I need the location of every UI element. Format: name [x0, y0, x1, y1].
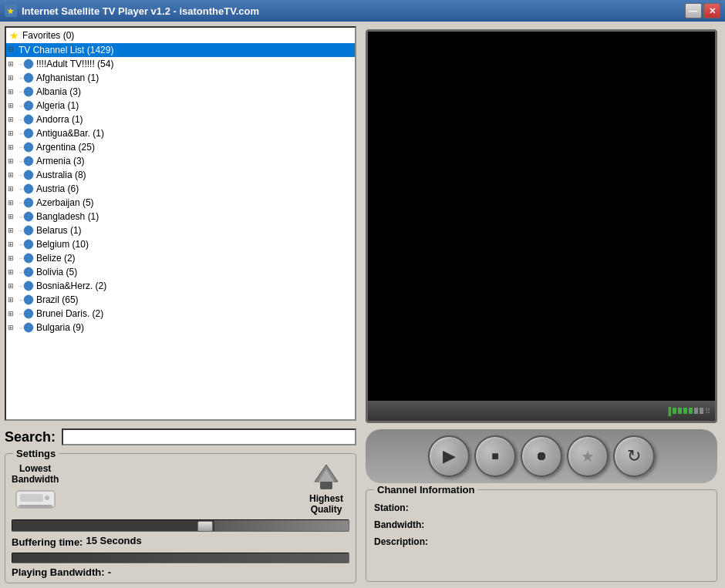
channel-item[interactable]: ⊞····· Afghanistan (1): [6, 71, 355, 85]
bw-slider[interactable]: [12, 519, 349, 532]
channel-item-label: !!!!Adult TV!!!!! (54): [36, 59, 113, 69]
playing-bw-label: Playing Bandwidth:: [12, 566, 105, 578]
window-title: Internet Satellite TV Player v1.2 - isat…: [22, 5, 259, 17]
stop-icon: ■: [491, 449, 499, 463]
channel-item-label: Brazil (65): [36, 294, 79, 305]
buffering-label: Buffering time:: [12, 536, 83, 548]
bw-slider-thumb[interactable]: [197, 521, 213, 532]
channel-items: ⊞····· !!!!Adult TV!!!!! (54)⊞····· Afgh…: [6, 57, 355, 334]
star-icon: ★: [9, 29, 19, 42]
station-label: Station:: [374, 502, 443, 513]
station-row: Station:: [374, 502, 709, 513]
playing-bw-row: Playing Bandwidth: -: [12, 566, 349, 578]
description-row: Description:: [374, 536, 709, 547]
channel-item[interactable]: ⊞····· !!!!Adult TV!!!!! (54): [6, 57, 355, 71]
lowest-bw-label: LowestBandwidth: [12, 463, 59, 485]
main-container: ★ Favorites (0) ⊟ TV Channel List (1429)…: [0, 22, 725, 588]
buffering-row: Buffering time: 15 Seconds: [12, 535, 349, 549]
svg-point-104: [45, 496, 49, 500]
channel-item-label: Bulgaria (9): [36, 322, 84, 333]
favorites-item[interactable]: ★ Favorites (0): [6, 28, 355, 43]
bandwidth-row: LowestBandwidth HighestQua: [12, 463, 349, 515]
channel-list[interactable]: ★ Favorites (0) ⊟ TV Channel List (1429)…: [6, 28, 355, 419]
volume-bar: ▐ ⠿: [666, 407, 710, 415]
channel-info-title: Channel Information: [374, 484, 477, 496]
video-screen: [368, 32, 715, 421]
minimize-button[interactable]: —: [685, 3, 702, 18]
svg-rect-106: [320, 482, 332, 489]
channel-item-label: Andorra (1): [36, 114, 83, 125]
vol-seg-5: [694, 408, 698, 414]
search-input[interactable]: [62, 428, 356, 445]
svg-rect-103: [20, 494, 43, 502]
settings-title: Settings: [13, 448, 59, 459]
playing-bw-value: -: [108, 566, 111, 578]
channel-item[interactable]: ⊞····· Bangladesh (1): [6, 210, 355, 223]
channel-item-label: Azerbaijan (5): [36, 197, 94, 208]
play-button[interactable]: ▶: [428, 435, 470, 477]
channel-item-label: Australia (8): [36, 170, 86, 180]
channel-item[interactable]: ⊞····· Argentina (25): [6, 140, 355, 154]
channel-info: Channel Information Station: Bandwidth: …: [366, 489, 717, 582]
modem-icon: [12, 485, 59, 512]
channel-item[interactable]: ⊞····· Brazil (65): [6, 293, 355, 307]
lowest-bw-group: LowestBandwidth: [12, 463, 59, 515]
volume-grid-icon: ⠿: [705, 407, 710, 415]
channel-item-label: Belgium (10): [36, 239, 89, 250]
search-label: Search:: [5, 429, 56, 445]
settings-panel: Settings LowestBandwidth: [5, 453, 356, 583]
tower-icon: [303, 463, 349, 491]
channel-item[interactable]: ⊞····· Bosnia&Herz. (2): [6, 279, 355, 293]
channel-item[interactable]: ⊞····· Algeria (1): [6, 99, 355, 113]
bandwidth-info-row: Bandwidth:: [374, 519, 709, 530]
highest-quality-label: HighestQuality: [303, 493, 349, 515]
channel-item-label: Argentina (25): [36, 142, 95, 153]
svg-rect-105: [19, 505, 52, 508]
channel-item[interactable]: ⊞····· Azerbaijan (5): [6, 196, 355, 210]
volume-icon: ▐: [666, 407, 671, 415]
record-button[interactable]: ⏺: [521, 435, 562, 477]
vol-seg-2: [678, 408, 682, 414]
channel-item[interactable]: ⊞····· Belarus (1): [6, 223, 355, 237]
channel-item[interactable]: ⊞····· Albania (3): [6, 85, 355, 99]
channel-item-label: Afghanistan (1): [36, 72, 99, 83]
play-icon: ▶: [443, 446, 456, 466]
favorite-icon: ★: [581, 447, 595, 465]
expand-icon: ⊟: [8, 45, 17, 55]
channel-item[interactable]: ⊞····· Brunei Daris. (2): [6, 307, 355, 321]
channel-item-label: Belarus (1): [36, 225, 82, 236]
highest-quality-group: HighestQuality: [303, 463, 349, 515]
favorites-label: Favorites (0): [22, 30, 74, 41]
channel-item[interactable]: ⊞····· Antigua&Bar. (1): [6, 126, 355, 140]
channel-list-label: TV Channel List (1429): [19, 45, 113, 55]
refresh-icon: ↻: [627, 446, 641, 466]
tv-channel-list-root[interactable]: ⊟ TV Channel List (1429): [6, 43, 355, 57]
playing-bw-slider[interactable]: [12, 553, 349, 563]
description-label: Description:: [374, 536, 443, 547]
channel-item-label: Brunei Daris. (2): [36, 308, 103, 319]
bw-slider-container: [12, 519, 349, 532]
titlebar-controls: — ✕: [685, 3, 720, 18]
channel-item-label: Austria (6): [36, 183, 79, 194]
channel-item-label: Algeria (1): [36, 100, 79, 111]
left-panel: ★ Favorites (0) ⊟ TV Channel List (1429)…: [0, 22, 361, 588]
app-icon: ★: [5, 5, 17, 17]
titlebar: ★ Internet Satellite TV Player v1.2 - is…: [0, 0, 725, 22]
channel-item[interactable]: ⊞····· Bulgaria (9): [6, 321, 355, 334]
channel-item[interactable]: ⊞····· Australia (8): [6, 168, 355, 182]
search-bar: Search:: [5, 425, 356, 449]
channel-item[interactable]: ⊞····· Bolivia (5): [6, 265, 355, 279]
channel-item[interactable]: ⊞····· Belgium (10): [6, 237, 355, 251]
channel-item[interactable]: ⊞····· Austria (6): [6, 182, 355, 196]
close-button[interactable]: ✕: [703, 3, 720, 18]
stop-button[interactable]: ■: [474, 435, 516, 477]
favorite-button[interactable]: ★: [567, 435, 609, 477]
channel-item[interactable]: ⊞····· Armenia (3): [6, 154, 355, 168]
channel-item[interactable]: ⊞····· Belize (2): [6, 251, 355, 265]
channel-list-container: ★ Favorites (0) ⊟ TV Channel List (1429)…: [5, 26, 356, 421]
channel-item-label: Belize (2): [36, 253, 76, 264]
channel-item[interactable]: ⊞····· Andorra (1): [6, 113, 355, 126]
vol-seg-1: [673, 408, 676, 414]
player-buttons: ▶ ■ ⏺ ★ ↻: [366, 429, 717, 483]
refresh-button[interactable]: ↻: [613, 435, 655, 477]
